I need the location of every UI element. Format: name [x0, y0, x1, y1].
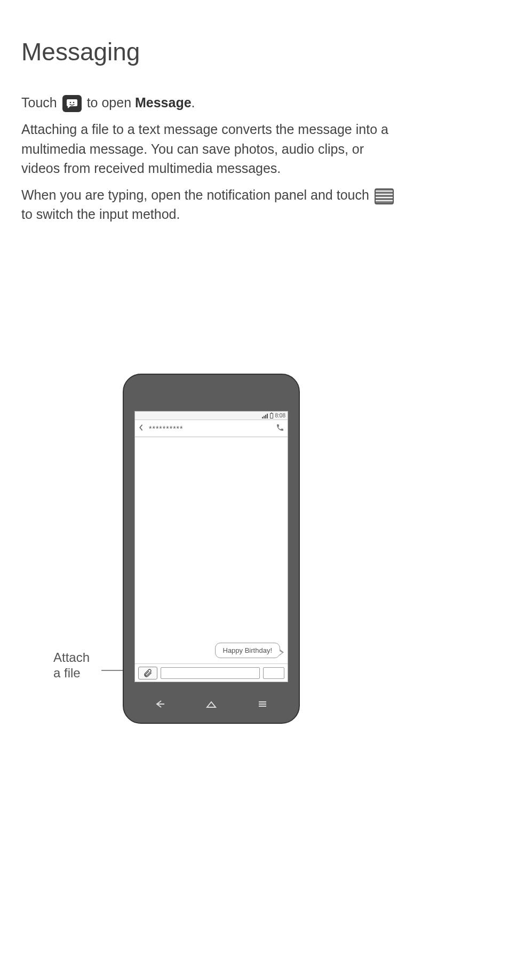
signal-icon: [262, 413, 268, 418]
status-time: 8:08: [275, 413, 285, 418]
send-button[interactable]: [263, 667, 284, 679]
phone-frame: 8:08 ********** Happy Birthday!: [123, 374, 300, 724]
back-button[interactable]: [138, 424, 144, 433]
contact-name: **********: [149, 424, 271, 433]
status-bar: 8:08: [135, 412, 288, 420]
call-button[interactable]: [276, 423, 284, 433]
text-fragment: to open: [87, 95, 135, 110]
text-fragment: When you are typing, open the notificati…: [21, 187, 373, 202]
instruction-input-method: When you are typing, open the notificati…: [21, 185, 405, 224]
message-input[interactable]: [161, 667, 260, 679]
message-bold-label: Message: [135, 95, 192, 110]
keyboard-icon: [375, 188, 394, 204]
conversation-title-bar: **********: [135, 420, 288, 437]
message-app-icon: [62, 95, 82, 112]
nav-menu-button[interactable]: [256, 699, 269, 712]
instruction-mms: Attaching a file to a text message conve…: [21, 120, 405, 178]
instruction-open-message: Touch to open Message.: [21, 93, 405, 112]
annotation-attach-file: Attach a file: [53, 650, 101, 681]
battery-icon: [270, 413, 273, 418]
text-fragment: .: [192, 95, 195, 110]
nav-back-button[interactable]: [154, 699, 166, 712]
page-title: Messaging: [21, 37, 488, 66]
attach-file-button[interactable]: [138, 667, 157, 679]
message-text: Happy Birthday!: [223, 646, 273, 654]
annotation-line2: a file: [53, 666, 81, 680]
nav-home-button[interactable]: [205, 699, 218, 712]
annotation-line1: Attach: [53, 650, 90, 665]
phone-screen: 8:08 ********** Happy Birthday!: [134, 411, 288, 682]
text-fragment: to switch the input method.: [21, 207, 180, 222]
system-nav-bar: [134, 697, 288, 713]
outgoing-message-bubble: Happy Birthday!: [215, 643, 281, 658]
message-composer: [135, 663, 288, 682]
svg-point-0: [69, 102, 71, 104]
text-fragment: Touch: [21, 95, 61, 110]
svg-point-1: [73, 102, 74, 104]
message-thread-area: Happy Birthday!: [135, 437, 288, 663]
